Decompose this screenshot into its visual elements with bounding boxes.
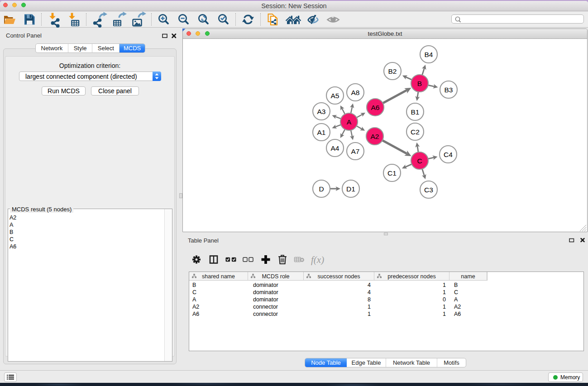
svg-text:A4: A4 xyxy=(331,144,339,152)
svg-text:A7: A7 xyxy=(351,148,360,155)
svg-text:C1: C1 xyxy=(387,169,397,177)
svg-text:B2: B2 xyxy=(388,67,397,75)
svg-text:C4: C4 xyxy=(444,151,453,158)
svg-text:A8: A8 xyxy=(351,89,360,96)
svg-text:D: D xyxy=(319,185,324,193)
svg-text:A1: A1 xyxy=(317,129,326,136)
svg-text:C3: C3 xyxy=(424,186,433,194)
svg-text:B: B xyxy=(417,80,422,87)
svg-text:C: C xyxy=(417,157,422,165)
svg-text:A: A xyxy=(347,118,352,126)
svg-text:B1: B1 xyxy=(411,108,420,116)
svg-text:B4: B4 xyxy=(425,51,433,58)
svg-text:C2: C2 xyxy=(411,128,420,136)
svg-text:D1: D1 xyxy=(346,185,355,193)
svg-text:A5: A5 xyxy=(331,92,339,100)
svg-text:B3: B3 xyxy=(445,86,453,94)
svg-text:A2: A2 xyxy=(371,133,379,140)
svg-text:A6: A6 xyxy=(371,104,380,111)
svg-text:A3: A3 xyxy=(317,108,326,115)
svg-text:f(x): f(x) xyxy=(311,254,324,265)
